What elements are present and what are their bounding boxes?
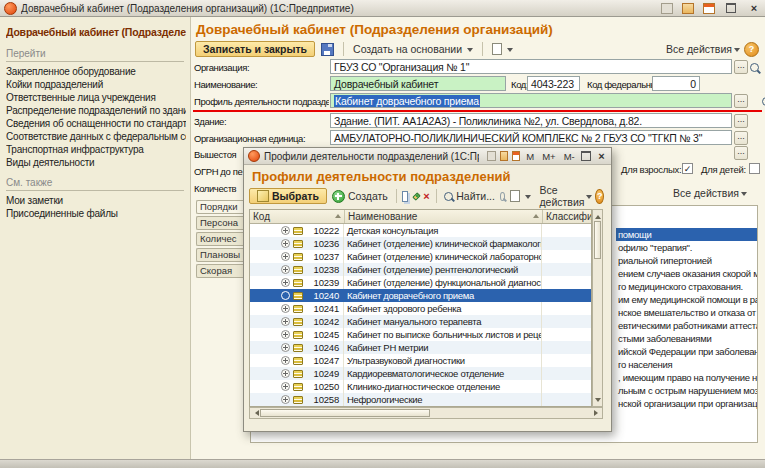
expand-icon[interactable] [281, 226, 290, 235]
profile-row[interactable]: 10242 Кабинет мануального терапевта [250, 315, 591, 328]
profile-row[interactable]: 10240 Кабинет доврачебного приема [250, 289, 591, 302]
create-based-button[interactable]: Создать на основании [351, 43, 475, 55]
background-list-row[interactable]: го медицинского страхования. [616, 280, 757, 293]
calculator-icon[interactable] [682, 3, 694, 14]
more-menu-button[interactable] [508, 190, 533, 202]
modal-maximize-button[interactable] [581, 150, 592, 163]
building-field[interactable]: Здание. (ПИТ. АА1А2А3) - Поликлиника №2,… [330, 113, 732, 128]
close-button[interactable]: × [747, 2, 761, 15]
column-header-code[interactable]: Код [250, 210, 345, 223]
children-checkbox[interactable] [749, 163, 760, 174]
help-icon[interactable]: ? [744, 42, 759, 57]
horizontal-scroll-thumb[interactable] [260, 409, 430, 417]
profile-row[interactable]: 10236 Кабинет (отделение) клинической фа… [250, 237, 591, 250]
profile-row[interactable]: 10239 Кабинет (отделение) функциональной… [250, 276, 591, 289]
background-list-row[interactable]: , имеющим право на получение на... [616, 371, 757, 384]
org-unit-select-button[interactable]: ... [734, 131, 748, 145]
calendar-icon[interactable] [512, 151, 520, 161]
vertical-scrollbar[interactable] [592, 209, 603, 407]
column-header-name[interactable]: Наименование [345, 210, 543, 223]
scroll-up-button[interactable] [593, 210, 602, 220]
expand-icon[interactable] [281, 278, 290, 287]
profile-row[interactable]: 10245 Кабинет по выписке больничных лист… [250, 328, 591, 341]
side-tab[interactable]: Количес [196, 232, 244, 246]
fed-code-field[interactable]: 0 [652, 76, 700, 91]
profile-row[interactable]: 10258 Нефрологические [250, 393, 591, 406]
scale-m-button[interactable]: М [524, 151, 536, 162]
sidebar-item[interactable]: Закрепленное оборудование [6, 65, 186, 78]
code-field[interactable]: 4043-223 [527, 76, 580, 91]
scroll-left-button[interactable] [250, 408, 260, 418]
delete-icon[interactable]: × [423, 191, 429, 202]
select-button[interactable]: Выбрать [249, 188, 327, 204]
scale-m-plus-button[interactable]: М+ [540, 151, 557, 162]
expand-icon[interactable] [281, 343, 290, 352]
titlebar-tool-icon[interactable] [661, 3, 673, 14]
expand-icon[interactable] [281, 304, 290, 313]
background-list-row[interactable]: ийской Федерации при заболеван... [616, 345, 757, 358]
profile-row[interactable]: 10247 Ультразвуковой диагностики [250, 354, 591, 367]
sidebar-item[interactable]: Присоединенные файлы [6, 207, 186, 220]
sidebar-item[interactable]: Соответствие данных с федеральным сервис… [6, 130, 186, 143]
background-list-row[interactable]: им ему медицинской помощи в ра... [616, 293, 757, 306]
sidebar-item[interactable]: Виды деятельности [6, 156, 186, 169]
profile-row[interactable]: 10246 Кабинет РН метрии [250, 341, 591, 354]
side-tab[interactable]: Порядки [196, 200, 244, 214]
scroll-right-button[interactable] [592, 408, 602, 418]
side-tab[interactable]: Скорая [196, 264, 244, 278]
background-list-row[interactable]: помощи [616, 228, 757, 241]
profile-row[interactable]: 10238 Кабинет (отделение) рентгенологиче… [250, 263, 591, 276]
print-menu-button[interactable] [490, 43, 515, 55]
side-tab[interactable]: Плановы [196, 248, 244, 262]
background-list-row[interactable]: офилю "терапия". [616, 241, 757, 254]
modal-close-button[interactable]: × [596, 150, 607, 163]
expand-icon[interactable] [281, 265, 290, 274]
create-button[interactable]: Создать [330, 190, 390, 203]
parent-unit-select-button[interactable]: ... [734, 146, 748, 160]
scroll-down-button[interactable] [593, 396, 602, 406]
sidebar-item[interactable]: Распределение подразделений по зданиям [6, 104, 186, 117]
profile-row[interactable]: 10249 Кардиоревматологическое отделение [250, 367, 591, 380]
sidebar-item[interactable]: Транспортная инфраструктура [6, 143, 186, 156]
sidebar-item[interactable]: Сведения об оснащенности по стандарту [6, 117, 186, 130]
expand-icon[interactable] [281, 291, 290, 300]
expand-icon[interactable] [281, 317, 290, 326]
calculator-icon[interactable] [500, 151, 508, 161]
calendar-icon[interactable] [703, 3, 715, 14]
organization-open-icon[interactable] [750, 63, 759, 72]
sidebar-item[interactable]: Мои заметки [6, 194, 186, 207]
background-list-row[interactable]: льным с острым нарушением мозг... [616, 384, 757, 397]
expand-icon[interactable] [281, 395, 290, 404]
expand-icon[interactable] [281, 369, 290, 378]
background-list-row[interactable]: го населения [616, 358, 757, 371]
sidebar-item[interactable]: Койки подразделений [6, 78, 186, 91]
expand-icon[interactable] [281, 239, 290, 248]
expand-icon[interactable] [281, 356, 290, 365]
expand-icon[interactable] [281, 330, 290, 339]
profile-row[interactable]: 10241 Кабинет здорового ребенка [250, 302, 591, 315]
organization-field[interactable]: ГБУЗ СО "Организация № 1" [330, 59, 732, 74]
organization-select-button[interactable]: ... [734, 60, 748, 74]
profile-row[interactable]: 10222 Детская консультация [250, 224, 591, 237]
background-list-row[interactable]: нское вмешательство и отказа от ... [616, 306, 757, 319]
edit-pencil-icon[interactable] [413, 192, 421, 200]
background-list-row[interactable]: стыми заболеваниями [616, 332, 757, 345]
background-list-row[interactable]: нской организации при организац... [616, 397, 757, 410]
titlebar-tool-icon[interactable] [487, 151, 495, 161]
expand-icon[interactable] [281, 252, 290, 261]
panel-all-actions-button[interactable]: Все действия [673, 187, 747, 199]
vertical-scroll-thumb[interactable] [594, 221, 601, 259]
save-button[interactable] [319, 43, 336, 56]
help-icon[interactable]: ? [595, 189, 604, 204]
name-field[interactable]: Доврачебный кабинет [330, 76, 506, 91]
column-header-classification[interactable]: Классифика [543, 210, 591, 223]
maximize-button[interactable] [724, 2, 738, 15]
sidebar-item[interactable]: Ответственные лица учреждения [6, 91, 186, 104]
background-list-row[interactable]: риальной гипертонией [616, 254, 757, 267]
profile-select-button[interactable]: ... [734, 94, 748, 108]
profile-row[interactable]: 10237 Кабинет (отделение) клинической ла… [250, 250, 591, 263]
modal-all-actions-button[interactable]: Все действия [539, 184, 592, 208]
all-actions-button[interactable]: Все действия [666, 43, 740, 55]
building-select-button[interactable]: ... [734, 114, 748, 128]
adults-checkbox[interactable]: ✓ [682, 163, 693, 174]
